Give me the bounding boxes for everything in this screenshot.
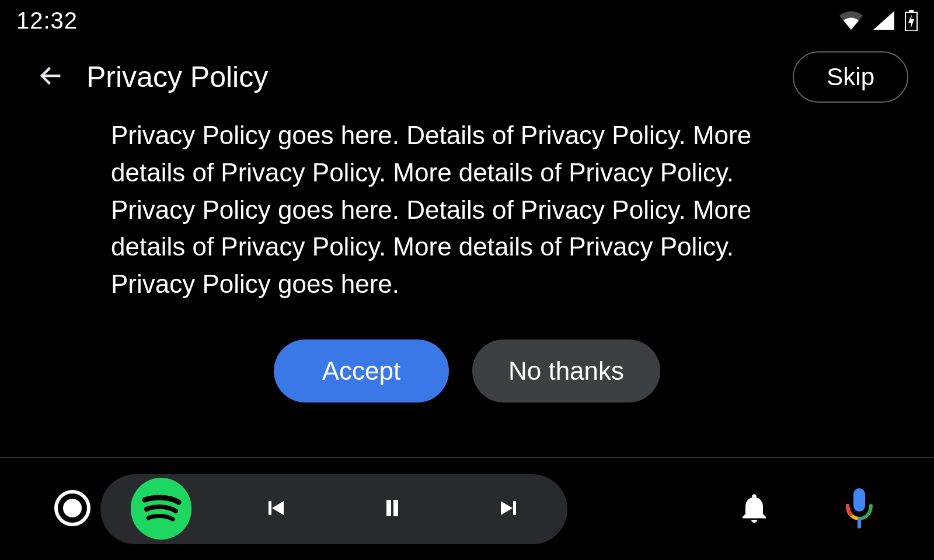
pause-icon	[378, 494, 406, 524]
home-circle-icon	[54, 489, 91, 529]
content-body: Privacy Policy goes here. Details of Pri…	[111, 117, 817, 303]
accept-button[interactable]: Accept	[274, 340, 449, 402]
status-icons	[839, 10, 918, 31]
bottom-bar	[0, 458, 934, 560]
skip-previous-icon	[262, 494, 290, 524]
next-button[interactable]	[486, 486, 532, 533]
spotify-app-icon[interactable]	[131, 479, 191, 540]
decline-button[interactable]: No thanks	[472, 340, 660, 402]
skip-next-icon	[495, 494, 523, 524]
right-cluster	[731, 486, 883, 533]
voice-assistant-button[interactable]	[836, 486, 883, 533]
page-title: Privacy Policy	[86, 60, 268, 94]
accept-label: Accept	[322, 356, 401, 386]
skip-button[interactable]: Skip	[793, 51, 908, 103]
action-row: Accept No thanks	[0, 340, 934, 402]
back-button[interactable]	[33, 60, 68, 94]
policy-text: Privacy Policy goes here. Details of Pri…	[111, 117, 817, 303]
pause-button[interactable]	[369, 486, 416, 533]
skip-label: Skip	[827, 63, 874, 91]
notifications-button[interactable]	[731, 486, 778, 533]
spotify-icon	[131, 478, 191, 541]
wifi-icon	[839, 11, 863, 30]
screen: 12:32	[0, 0, 934, 560]
status-time: 12:32	[16, 8, 78, 34]
home-button[interactable]	[51, 488, 93, 530]
svg-rect-5	[853, 488, 865, 512]
battery-charging-icon	[905, 10, 918, 31]
media-cluster	[131, 474, 567, 544]
decline-label: No thanks	[508, 356, 624, 386]
status-bar: 12:32	[0, 0, 934, 41]
previous-button[interactable]	[252, 486, 299, 533]
google-mic-icon	[843, 487, 876, 531]
bell-icon	[737, 491, 772, 528]
header: Privacy Policy Skip	[0, 48, 934, 106]
cellular-icon	[873, 11, 894, 30]
svg-point-3	[63, 499, 82, 517]
arrow-left-icon	[35, 61, 65, 93]
